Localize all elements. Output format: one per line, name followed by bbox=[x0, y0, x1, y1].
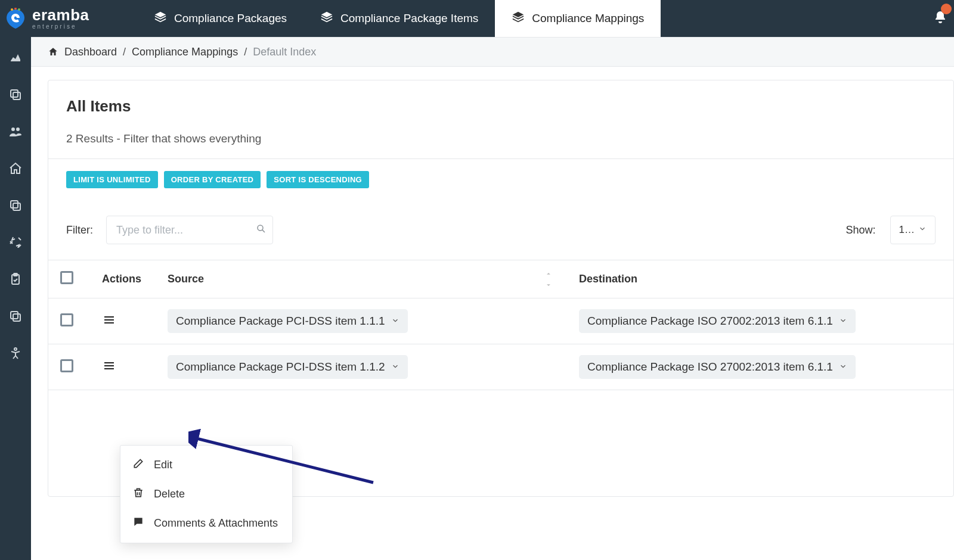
result-summary: 2 Results - Filter that shows everything bbox=[66, 132, 936, 145]
rail-copy-icon[interactable] bbox=[0, 85, 31, 105]
chip-sort[interactable]: SORT IS DESCENDING bbox=[267, 171, 369, 188]
menu-comments-attachments[interactable]: Comments & Attachments bbox=[120, 509, 292, 538]
filter-row: Filter: Show: 1… bbox=[48, 194, 953, 260]
page-title: All Items bbox=[66, 97, 936, 116]
home-icon bbox=[48, 45, 58, 59]
trash-icon bbox=[132, 487, 144, 502]
rail-users-icon[interactable] bbox=[0, 122, 31, 142]
notifications-button[interactable] bbox=[927, 0, 954, 37]
brand[interactable]: eramba enterprise bbox=[0, 0, 137, 37]
rail-copy2-icon[interactable] bbox=[0, 195, 31, 216]
svg-point-1 bbox=[14, 8, 17, 10]
header-checkbox-cell bbox=[48, 260, 90, 298]
top-header: eramba enterprise Compliance Packages Co… bbox=[0, 0, 954, 37]
select-all-checkbox[interactable] bbox=[60, 271, 73, 284]
svg-point-14 bbox=[258, 225, 263, 231]
chip-order[interactable]: ORDER BY CREATED bbox=[164, 171, 261, 188]
menu-label: Delete bbox=[154, 488, 185, 500]
header-actions: Actions bbox=[90, 260, 156, 298]
menu-label: Edit bbox=[154, 459, 172, 471]
layers-icon bbox=[512, 11, 525, 27]
svg-rect-12 bbox=[11, 312, 18, 319]
brand-name: eramba bbox=[32, 7, 89, 23]
notification-badge bbox=[941, 4, 952, 14]
svg-point-5 bbox=[11, 127, 15, 131]
pencil-icon bbox=[132, 458, 144, 472]
rail-dashboard-icon[interactable] bbox=[0, 48, 31, 68]
header-destination[interactable]: Destination bbox=[567, 260, 953, 298]
chevron-down-icon bbox=[839, 360, 847, 374]
show-select[interactable]: 1… bbox=[890, 216, 936, 244]
svg-rect-3 bbox=[13, 92, 20, 99]
show-label: Show: bbox=[846, 224, 876, 237]
table-row: Compliance Package PCI-DSS item 1.1.1 Co… bbox=[48, 298, 953, 344]
layers-icon bbox=[320, 11, 333, 27]
page-content: Dashboard / Compliance Mappings / Defaul… bbox=[31, 37, 954, 560]
header-source[interactable]: Source bbox=[156, 260, 567, 298]
svg-point-6 bbox=[16, 127, 20, 131]
filter-input[interactable] bbox=[115, 223, 256, 237]
crumb-current: Default Index bbox=[253, 46, 316, 58]
rail-copy3-icon[interactable] bbox=[0, 306, 31, 326]
show-value: 1… bbox=[899, 224, 915, 236]
table-header-row: Actions Source Destination bbox=[48, 260, 953, 298]
svg-point-13 bbox=[14, 348, 17, 350]
destination-pill[interactable]: Compliance Package ISO 27002:2013 item 6… bbox=[579, 309, 856, 333]
svg-rect-11 bbox=[13, 314, 20, 321]
crumb-separator: / bbox=[244, 46, 247, 58]
svg-rect-8 bbox=[11, 201, 18, 208]
menu-delete[interactable]: Delete bbox=[120, 480, 292, 509]
row-actions-button[interactable] bbox=[102, 365, 116, 375]
chip-limit[interactable]: LIMIT IS UNLIMITED bbox=[66, 171, 158, 188]
nav-compliance-packages[interactable]: Compliance Packages bbox=[137, 0, 303, 37]
crumb-compliance-mappings[interactable]: Compliance Mappings bbox=[132, 46, 238, 58]
row-actions-button[interactable] bbox=[102, 319, 116, 329]
topbar-right bbox=[927, 0, 954, 37]
source-pill[interactable]: Compliance Package PCI-DSS item 1.1.1 bbox=[168, 309, 408, 333]
chevron-down-icon bbox=[839, 315, 847, 328]
filter-input-wrapper[interactable] bbox=[106, 216, 273, 244]
rail-accessibility-icon[interactable] bbox=[0, 343, 31, 363]
card-controls: LIMIT IS UNLIMITED ORDER BY CREATED SORT… bbox=[48, 159, 953, 194]
brand-tagline: enterprise bbox=[32, 24, 89, 30]
rail-clipboard-icon[interactable] bbox=[0, 269, 31, 290]
table-row: Compliance Package PCI-DSS item 1.1.2 Co… bbox=[48, 344, 953, 390]
destination-pill[interactable]: Compliance Package ISO 27002:2013 item 6… bbox=[579, 355, 856, 379]
chevron-down-icon bbox=[391, 360, 399, 374]
row-checkbox[interactable] bbox=[60, 313, 73, 326]
menu-label: Comments & Attachments bbox=[154, 517, 278, 530]
chevron-down-icon bbox=[391, 315, 399, 328]
row-checkbox[interactable] bbox=[60, 359, 73, 372]
svg-rect-7 bbox=[13, 203, 20, 210]
top-nav: Compliance Packages Compliance Package I… bbox=[137, 0, 661, 37]
comment-icon bbox=[132, 516, 144, 531]
svg-point-2 bbox=[18, 8, 20, 11]
nav-compliance-mappings[interactable]: Compliance Mappings bbox=[495, 0, 661, 37]
mappings-table: Actions Source Destination bbox=[48, 260, 953, 390]
filter-label: Filter: bbox=[66, 224, 93, 237]
content-card: All Items 2 Results - Filter that shows … bbox=[48, 80, 954, 497]
nav-label: Compliance Package Items bbox=[340, 12, 478, 25]
row-actions-menu: Edit Delete Comments & Attachments bbox=[120, 445, 293, 543]
crumb-dashboard[interactable]: Dashboard bbox=[64, 46, 117, 58]
sort-icon bbox=[544, 271, 553, 288]
breadcrumb: Dashboard / Compliance Mappings / Defaul… bbox=[31, 37, 954, 67]
rail-tools-icon[interactable] bbox=[0, 232, 31, 253]
nav-label: Compliance Mappings bbox=[532, 12, 644, 25]
card-header: All Items 2 Results - Filter that shows … bbox=[48, 80, 953, 159]
rail-home-icon[interactable] bbox=[0, 158, 31, 179]
side-rail bbox=[0, 37, 31, 560]
source-pill[interactable]: Compliance Package PCI-DSS item 1.1.2 bbox=[168, 355, 408, 379]
destination-text: Compliance Package ISO 27002:2013 item 6… bbox=[587, 360, 833, 374]
crumb-separator: / bbox=[123, 46, 126, 58]
svg-point-0 bbox=[11, 8, 13, 11]
source-text: Compliance Package PCI-DSS item 1.1.2 bbox=[176, 360, 385, 374]
layers-icon bbox=[154, 11, 167, 27]
svg-rect-4 bbox=[11, 90, 18, 97]
nav-label: Compliance Packages bbox=[174, 12, 287, 25]
chevron-down-icon bbox=[918, 224, 927, 236]
search-icon bbox=[256, 223, 267, 237]
brand-logo-icon bbox=[5, 8, 26, 29]
menu-edit[interactable]: Edit bbox=[120, 450, 292, 480]
nav-compliance-package-items[interactable]: Compliance Package Items bbox=[303, 0, 495, 37]
